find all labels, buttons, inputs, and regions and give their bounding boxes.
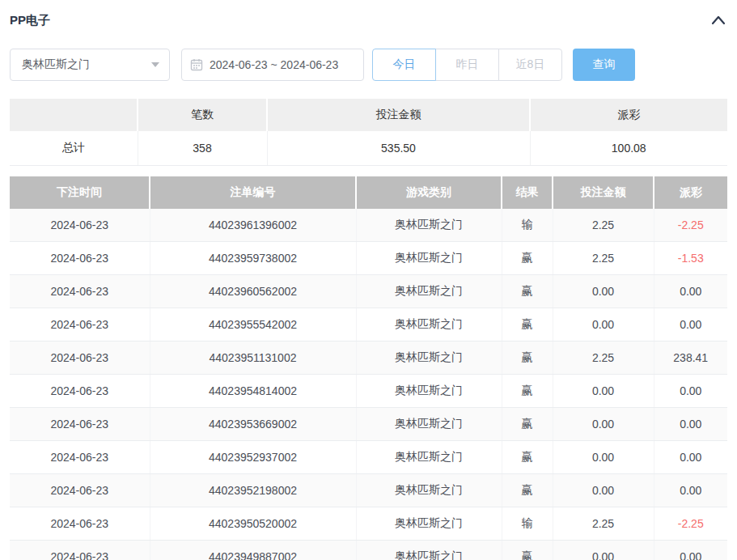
summary-total-row: 总计 358 535.50 100.08: [10, 131, 727, 166]
cell-bet-time: 2024-06-23: [10, 474, 150, 507]
cell-payout: 0.00: [654, 474, 727, 507]
header-bet-amount: 投注金额: [553, 176, 654, 209]
cell-bet-number: 44023960562002: [150, 275, 356, 308]
calendar-icon: [190, 58, 203, 71]
date-range-value: 2024-06-23 ~ 2024-06-23: [210, 58, 338, 71]
cell-bet-amount: 0.00: [553, 275, 654, 308]
cell-result: 赢: [502, 474, 553, 507]
cell-bet-time: 2024-06-23: [10, 408, 150, 441]
quick-range-button-0[interactable]: 今日: [372, 49, 436, 81]
quick-range-button-group: 今日昨日近8日: [372, 49, 562, 81]
cell-bet-amount: 2.25: [553, 209, 654, 242]
cell-bet-number: 44023952937002: [150, 441, 356, 474]
summary-total-count: 358: [138, 131, 267, 166]
game-select[interactable]: 奥林匹斯之门: [10, 49, 170, 81]
cell-bet-time: 2024-06-23: [10, 342, 150, 375]
cell-bet-time: 2024-06-23: [10, 242, 150, 275]
table-row: 2024-06-2344023950520002奥林匹斯之门输2.25-2.25: [10, 507, 727, 541]
cell-game-category: 奥林匹斯之门: [356, 408, 502, 441]
header-bet-time: 下注时间: [10, 176, 150, 209]
cell-result: 赢: [502, 408, 553, 441]
cell-bet-number: 44023950520002: [150, 507, 356, 541]
summary-header-bet-amount: 投注金额: [267, 99, 530, 131]
search-button[interactable]: 查询: [573, 49, 635, 81]
cell-game-category: 奥林匹斯之门: [356, 474, 502, 507]
header-payout: 派彩: [654, 176, 727, 209]
summary-header-empty: [10, 99, 138, 131]
bet-records-table: 下注时间 注单编号 游戏类别 结果 投注金额 派彩 2024-06-234402…: [10, 176, 727, 560]
cell-payout: -1.53: [654, 242, 727, 275]
bet-table-body: 2024-06-2344023961396002奥林匹斯之门输2.25-2.25…: [10, 209, 727, 560]
cell-result: 赢: [502, 342, 553, 375]
cell-payout: 0.00: [654, 375, 727, 408]
cell-bet-amount: 0.00: [553, 541, 654, 560]
cell-payout: -2.25: [654, 209, 727, 242]
cell-bet-amount: 0.00: [553, 474, 654, 507]
table-row: 2024-06-2344023951131002奥林匹斯之门赢2.25238.4…: [10, 342, 727, 375]
summary-total-payout: 100.08: [530, 131, 727, 166]
table-row: 2024-06-2344023953669002奥林匹斯之门赢0.000.00: [10, 408, 727, 441]
cell-bet-amount: 0.00: [553, 441, 654, 474]
table-row: 2024-06-2344023960562002奥林匹斯之门赢0.000.00: [10, 275, 727, 308]
table-row: 2024-06-2344023949887002奥林匹斯之门赢0.000.00: [10, 541, 727, 560]
quick-range-button-2[interactable]: 近8日: [498, 49, 562, 81]
cell-game-category: 奥林匹斯之门: [356, 342, 502, 375]
cell-payout: 0.00: [654, 308, 727, 342]
cell-bet-number: 44023961396002: [150, 209, 356, 242]
cell-bet-number: 44023951131002: [150, 342, 356, 375]
cell-game-category: 奥林匹斯之门: [356, 275, 502, 308]
cell-result: 赢: [502, 275, 553, 308]
cell-bet-number: 44023949887002: [150, 541, 356, 560]
bet-table-header-row: 下注时间 注单编号 游戏类别 结果 投注金额 派彩: [10, 176, 727, 209]
cell-result: 赢: [502, 242, 553, 275]
summary-header-count: 笔数: [138, 99, 267, 131]
cell-bet-amount: 0.00: [553, 408, 654, 441]
panel-header: PP电子: [10, 10, 727, 31]
header-result: 结果: [502, 176, 553, 209]
game-select-value: 奥林匹斯之门: [22, 57, 151, 72]
cell-bet-number: 44023954814002: [150, 375, 356, 408]
cell-bet-time: 2024-06-23: [10, 507, 150, 541]
caret-down-icon: [151, 62, 159, 67]
table-row: 2024-06-2344023952937002奥林匹斯之门赢0.000.00: [10, 441, 727, 474]
quick-range-button-1[interactable]: 昨日: [435, 49, 499, 81]
table-row: 2024-06-2344023961396002奥林匹斯之门输2.25-2.25: [10, 209, 727, 242]
summary-table: 笔数 投注金额 派彩 总计 358 535.50 100.08: [10, 99, 727, 166]
header-bet-number: 注单编号: [150, 176, 356, 209]
cell-game-category: 奥林匹斯之门: [356, 375, 502, 408]
table-row: 2024-06-2344023954814002奥林匹斯之门赢0.000.00: [10, 375, 727, 408]
cell-bet-time: 2024-06-23: [10, 209, 150, 242]
cell-bet-amount: 2.25: [553, 242, 654, 275]
cell-bet-number: 44023955542002: [150, 308, 356, 342]
cell-bet-amount: 0.00: [553, 375, 654, 408]
cell-bet-time: 2024-06-23: [10, 375, 150, 408]
cell-bet-time: 2024-06-23: [10, 441, 150, 474]
summary-header-row: 笔数 投注金额 派彩: [10, 99, 727, 131]
cell-game-category: 奥林匹斯之门: [356, 308, 502, 342]
filter-bar: 奥林匹斯之门 2024-06-23 ~ 2024-06-23 今日昨日近8日 查…: [10, 49, 727, 81]
date-range-input[interactable]: 2024-06-23 ~ 2024-06-23: [181, 49, 364, 81]
cell-bet-time: 2024-06-23: [10, 275, 150, 308]
cell-bet-amount: 2.25: [553, 507, 654, 541]
collapse-panel-button[interactable]: [709, 11, 727, 29]
cell-payout: 0.00: [654, 275, 727, 308]
cell-bet-amount: 0.00: [553, 308, 654, 342]
summary-total-bet-amount: 535.50: [267, 131, 530, 166]
cell-result: 赢: [502, 308, 553, 342]
table-row: 2024-06-2344023952198002奥林匹斯之门赢0.000.00: [10, 474, 727, 507]
table-row: 2024-06-2344023955542002奥林匹斯之门赢0.000.00: [10, 308, 727, 342]
cell-result: 赢: [502, 375, 553, 408]
cell-payout: 0.00: [654, 408, 727, 441]
page-title: PP电子: [10, 13, 50, 28]
pp-electronic-panel: PP电子 奥林匹斯之门 2024-06-23 ~ 2024-: [0, 0, 737, 560]
chevron-up-icon: [711, 15, 726, 25]
cell-result: 赢: [502, 441, 553, 474]
cell-payout: -2.25: [654, 507, 727, 541]
cell-game-category: 奥林匹斯之门: [356, 242, 502, 275]
cell-payout: 0.00: [654, 541, 727, 560]
cell-game-category: 奥林匹斯之门: [356, 541, 502, 560]
cell-bet-time: 2024-06-23: [10, 541, 150, 560]
summary-total-label: 总计: [10, 131, 138, 166]
table-row: 2024-06-2344023959738002奥林匹斯之门赢2.25-1.53: [10, 242, 727, 275]
cell-payout: 238.41: [654, 342, 727, 375]
